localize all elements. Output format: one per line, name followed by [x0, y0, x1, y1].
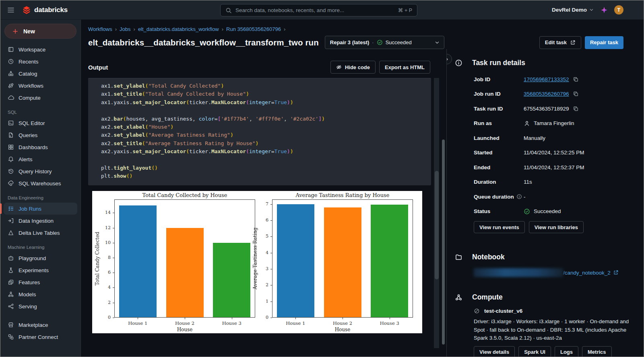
sidebar-section-header: Data Engineering	[0, 189, 80, 203]
assistant-sparkle-icon[interactable]	[601, 6, 608, 14]
sidebar-item-queries[interactable]: Queries	[4, 129, 77, 141]
output-scrollbar-thumb[interactable]	[435, 171, 439, 279]
logs-button[interactable]: Logs	[555, 346, 578, 357]
x-tick-label: House 3	[216, 320, 248, 326]
search-input[interactable]	[235, 7, 394, 13]
sidebar-item-data-ingestion[interactable]: Data Ingestion	[4, 215, 77, 227]
subplot-1: Total Candy Collected by House0246810121…	[92, 191, 257, 333]
metrics-button[interactable]: Metrics	[582, 346, 612, 357]
code-line: ax2.set_title("Average Tastiness Rating …	[101, 140, 425, 148]
sidebar-item-catalog[interactable]: Catalog	[4, 68, 77, 80]
sidebar-section-header: SQL	[0, 104, 80, 117]
sidebar-item-label: Delta Live Tables	[19, 230, 60, 236]
sidebar-item-label: SQL Editor	[19, 120, 45, 126]
databricks-logo-icon	[22, 6, 31, 14]
catalog-icon	[8, 70, 14, 77]
task-details-panel: Task run details Job ID170569687133352Jo…	[446, 49, 644, 357]
sidebar-item-marketplace[interactable]: Marketplace	[4, 319, 77, 331]
spark-ui-button[interactable]: Spark UI	[518, 346, 551, 357]
workspace-switcher[interactable]: DevRel Demo	[552, 7, 594, 13]
run-selector-dropdown[interactable]: Repair 3 (latest) · Succeeded	[325, 36, 444, 49]
detail-link[interactable]: 356805356260796	[524, 91, 569, 97]
sidebar-item-label: Query History	[19, 168, 52, 174]
hamburger-menu-icon[interactable]	[7, 6, 15, 14]
sidebar-item-sql-warehouses[interactable]: SQL Warehouses	[4, 177, 77, 189]
detail-row-duration: Duration11s	[474, 175, 636, 190]
global-search[interactable]: ⌘ + P	[220, 4, 417, 16]
search-shortcut: ⌘ + P	[398, 7, 412, 13]
sidebar-item-label: Workspace	[19, 47, 45, 53]
detail-link[interactable]: 170569687133352	[524, 76, 569, 82]
databricks-logo[interactable]: databricks	[22, 6, 68, 14]
sidebar-item-partner-connect[interactable]: Partner Connect	[4, 331, 77, 343]
redacted-notebook-path	[474, 268, 563, 277]
chart-title: Total Candy Collected by House	[114, 192, 255, 198]
view-details-button[interactable]: View details	[474, 346, 515, 357]
detail-row-job-id: Job ID170569687133352	[474, 72, 636, 87]
detail-value: 675543635718929	[524, 106, 569, 112]
sidebar-item-dashboards[interactable]: Dashboards	[4, 141, 77, 153]
separator: ·	[372, 39, 374, 45]
copy-icon[interactable]	[573, 106, 579, 112]
panel-scrollbar-thumb[interactable]	[442, 140, 445, 345]
sidebar-item-compute[interactable]: Compute	[4, 92, 77, 104]
copy-icon[interactable]	[573, 91, 579, 97]
repair-task-button[interactable]: Repair task	[585, 36, 623, 49]
export-html-button[interactable]: Export as HTML	[379, 61, 430, 74]
person-icon	[524, 120, 530, 127]
detail-value: Tamara Fingerlin	[534, 120, 574, 126]
breadcrumb-link[interactable]: Run 356805356260796	[226, 26, 281, 32]
databricks-job-run-page: { "topbar": { "logo_text": "databricks",…	[0, 0, 644, 357]
bell-icon	[8, 156, 14, 162]
code-line: ax2.set_xlabel("House")	[101, 123, 425, 131]
view-run-events-button[interactable]: View run events	[474, 221, 525, 233]
breadcrumb-link[interactable]: Workflows	[88, 26, 112, 32]
sidebar-item-models[interactable]: Models	[4, 288, 77, 300]
detail-label: Launched	[474, 135, 500, 141]
edit-task-button[interactable]: Edit task	[539, 36, 581, 49]
collapse-panel-button[interactable]	[446, 54, 452, 64]
chevron-down-icon	[434, 40, 440, 45]
x-axis-label: House	[272, 327, 413, 332]
notebook-link[interactable]: /candy_notebook_2	[563, 270, 619, 276]
hide-code-button[interactable]: Hide code	[330, 61, 376, 74]
sidebar-item-query-history[interactable]: Query History	[4, 165, 77, 177]
x-tick-label: House 1	[279, 320, 312, 326]
sidebar-item-delta-live-tables[interactable]: Delta Live Tables	[4, 227, 77, 239]
sidebar-item-label: Marketplace	[19, 322, 48, 328]
copy-icon[interactable]	[573, 76, 579, 82]
matplotlib-figure: Total Candy Collected by House0246810121…	[92, 191, 422, 333]
notebook-title: Notebook	[472, 253, 505, 261]
features-icon	[8, 279, 14, 285]
breadcrumb-link[interactable]: Jobs	[120, 26, 130, 32]
dashboards-icon	[8, 144, 14, 150]
new-button[interactable]: New	[4, 24, 76, 39]
bar-house-2	[324, 207, 361, 317]
sidebar-item-serving[interactable]: Serving	[4, 300, 77, 312]
sidebar-item-label: Catalog	[19, 71, 37, 77]
detail-value: 11s	[524, 179, 532, 185]
breadcrumb-separator: ›	[134, 26, 135, 32]
sidebar-item-workspace[interactable]: Workspace	[4, 43, 77, 55]
sidebar-item-recents[interactable]: Recents	[4, 55, 77, 68]
sidebar-item-alerts[interactable]: Alerts	[4, 153, 77, 165]
code-line: ax1.yaxis.set_major_locator(ticker.MaxNL…	[101, 98, 425, 107]
breadcrumb-link[interactable]: elt_databricks.databricks_workflow	[138, 26, 219, 32]
sidebar-item-experiments[interactable]: Experiments	[4, 264, 77, 276]
chevron-right-icon	[446, 57, 450, 62]
code-block[interactable]: ax1.set_ylabel("Total Candy Collected")a…	[88, 78, 431, 185]
sidebar-item-playground[interactable]: Playground	[4, 252, 77, 264]
detail-label: Queue duration	[474, 194, 514, 200]
partner-connect-icon	[8, 334, 14, 340]
sidebar-item-sql-editor[interactable]: SQL Editor	[4, 117, 77, 129]
sidebar-item-features[interactable]: Features	[4, 276, 77, 288]
sidebar-item-workflows[interactable]: Workflows	[4, 80, 77, 92]
view-run-libraries-button[interactable]: View run libraries	[529, 221, 584, 233]
data-ingestion-icon	[8, 217, 14, 224]
status-check-icon	[524, 208, 530, 215]
sidebar-item-job-runs[interactable]: Job Runs	[4, 203, 77, 215]
avatar[interactable]: T	[614, 5, 623, 14]
page-title: elt_databricks__databricks_workflow__tra…	[88, 38, 319, 47]
notebook-section: Notebook /candy_notebook_2	[455, 253, 636, 277]
code-line: plt.show()	[101, 172, 425, 180]
